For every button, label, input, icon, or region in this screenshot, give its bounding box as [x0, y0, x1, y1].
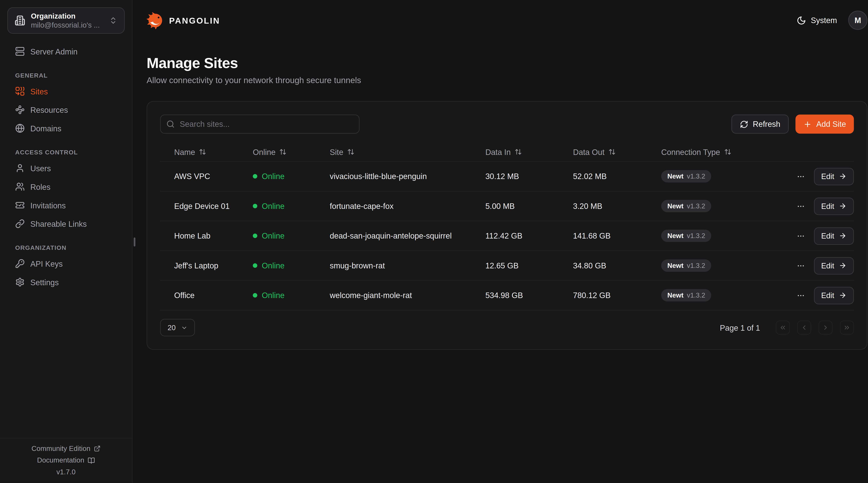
sidebar-item-invitations[interactable]: Invitations	[7, 196, 125, 215]
column-header-connection-type[interactable]: Connection Type	[647, 147, 780, 156]
ellipsis-icon	[797, 291, 805, 300]
avatar-initial: M	[855, 16, 861, 25]
sidebar-item-label: Invitations	[30, 201, 66, 210]
add-site-button[interactable]: Add Site	[796, 115, 854, 134]
edit-button[interactable]: Edit	[814, 227, 854, 245]
online-status-cell: Online	[239, 202, 316, 211]
site-name-cell: Edge Device 01	[160, 202, 239, 211]
ellipsis-icon	[797, 172, 805, 181]
pagination: 20 Page 1 of 1	[160, 319, 854, 336]
column-header-data-in[interactable]: Data In	[471, 147, 559, 156]
arrow-right-icon	[839, 202, 846, 210]
row-actions-cell: Edit	[780, 257, 854, 274]
next-page-button[interactable]	[818, 321, 833, 335]
edit-button[interactable]: Edit	[814, 287, 854, 304]
sidebar-item-api-keys[interactable]: API Keys	[7, 254, 125, 273]
first-page-button[interactable]	[776, 321, 790, 335]
add-site-label: Add Site	[816, 120, 846, 129]
column-header-name[interactable]: Name	[160, 147, 239, 156]
site-slug-cell: smug-brown-rat	[316, 261, 471, 270]
sidebar-item-label: Shareable Links	[30, 219, 87, 228]
site-slug-cell: dead-san-joaquin-antelope-squirrel	[316, 231, 471, 240]
site-name-cell: Office	[160, 291, 239, 300]
sidebar-item-users[interactable]: Users	[7, 159, 125, 178]
row-menu-button[interactable]	[797, 261, 805, 270]
sidebar-item-sites[interactable]: Sites	[7, 82, 125, 100]
search-input[interactable]	[160, 115, 360, 134]
org-switcher[interactable]: Organization milo@fossorial.io's ...	[7, 7, 125, 34]
connection-type-badge: Newtv1.3.2	[661, 289, 711, 301]
refresh-button[interactable]: Refresh	[732, 115, 789, 134]
connection-type-badge: Newtv1.3.2	[661, 230, 711, 242]
row-actions-cell: Edit	[780, 168, 854, 185]
connection-type-cell: Newtv1.3.2	[647, 289, 780, 301]
online-status-cell: Online	[239, 291, 316, 300]
edit-button[interactable]: Edit	[814, 168, 854, 185]
chevrons-up-down-icon	[109, 16, 118, 25]
row-menu-button[interactable]	[797, 291, 805, 300]
gear-icon	[15, 278, 25, 287]
row-menu-button[interactable]	[797, 172, 805, 181]
site-name-cell: Home Lab	[160, 231, 239, 240]
sort-icon	[347, 148, 354, 156]
sidebar-item-label: Sites	[30, 87, 48, 96]
user-avatar[interactable]: M	[848, 10, 867, 30]
user-icon	[15, 163, 25, 173]
brand: PANGOLIN	[147, 11, 220, 29]
chevrons-right-icon	[843, 324, 850, 331]
sidebar-item-shareable-links[interactable]: Shareable Links	[7, 215, 125, 233]
table-row: Jeff's Laptop Online smug-brown-rat 12.6…	[160, 251, 854, 281]
combine-icon	[15, 87, 25, 96]
sort-icon	[279, 148, 287, 156]
column-header-online[interactable]: Online	[239, 147, 316, 156]
sidebar-item-settings[interactable]: Settings	[7, 273, 125, 291]
edit-button[interactable]: Edit	[814, 257, 854, 274]
column-header-data-out[interactable]: Data Out	[559, 147, 647, 156]
theme-label: System	[811, 16, 837, 25]
sidebar-item-server-admin[interactable]: Server Admin	[7, 42, 125, 61]
data-in-cell: 12.65 GB	[471, 261, 559, 270]
connection-type-cell: Newtv1.3.2	[647, 200, 780, 212]
sidebar-item-roles[interactable]: Roles	[7, 178, 125, 196]
documentation-link[interactable]: Documentation	[37, 456, 95, 464]
data-out-cell: 3.20 MB	[559, 202, 647, 211]
site-slug-cell: welcome-giant-mole-rat	[316, 291, 471, 300]
community-edition-link[interactable]: Community Edition	[31, 445, 100, 452]
site-slug-cell: vivacious-little-blue-penguin	[316, 172, 471, 181]
sidebar-item-domains[interactable]: Domains	[7, 119, 125, 137]
online-status-dot	[253, 263, 257, 268]
online-status-dot	[253, 293, 257, 297]
arrow-right-icon	[839, 232, 846, 239]
sidebar-item-label: Resources	[30, 105, 68, 114]
sort-icon	[199, 148, 207, 156]
data-out-cell: 34.80 GB	[559, 261, 647, 270]
last-page-button[interactable]	[840, 321, 854, 335]
row-menu-button[interactable]	[797, 232, 805, 240]
table-row: Edge Device 01 Online fortunate-cape-fox…	[160, 191, 854, 221]
online-status-cell: Online	[239, 261, 316, 270]
search-wrap	[160, 115, 360, 134]
online-status-dot	[253, 233, 257, 238]
section-title-general: GENERAL	[7, 72, 125, 78]
edit-button[interactable]: Edit	[814, 197, 854, 215]
prev-page-button[interactable]	[797, 321, 811, 335]
sort-icon	[609, 148, 616, 156]
data-out-cell: 141.68 GB	[559, 231, 647, 240]
row-actions-cell: Edit	[780, 227, 854, 245]
sidebar-item-label: Users	[30, 164, 51, 173]
sidebar-item-label: Domains	[30, 124, 61, 133]
sidebar-item-label: Roles	[30, 182, 51, 191]
sidebar-item-label: Settings	[30, 278, 59, 287]
column-header-site[interactable]: Site	[316, 147, 471, 156]
row-menu-button[interactable]	[797, 202, 805, 210]
chevron-left-icon	[801, 324, 808, 331]
page-size-select[interactable]: 20	[160, 319, 195, 336]
community-edition-label: Community Edition	[31, 445, 90, 452]
sites-card: Refresh Add Site Name	[147, 101, 867, 350]
theme-toggle[interactable]: System	[797, 15, 837, 25]
online-status-cell: Online	[239, 172, 316, 181]
app: Organization milo@fossorial.io's ... Ser…	[0, 0, 868, 483]
page-info: Page 1 of 1	[720, 323, 760, 332]
sidebar-item-resources[interactable]: Resources	[7, 100, 125, 119]
online-status-dot	[253, 174, 257, 179]
